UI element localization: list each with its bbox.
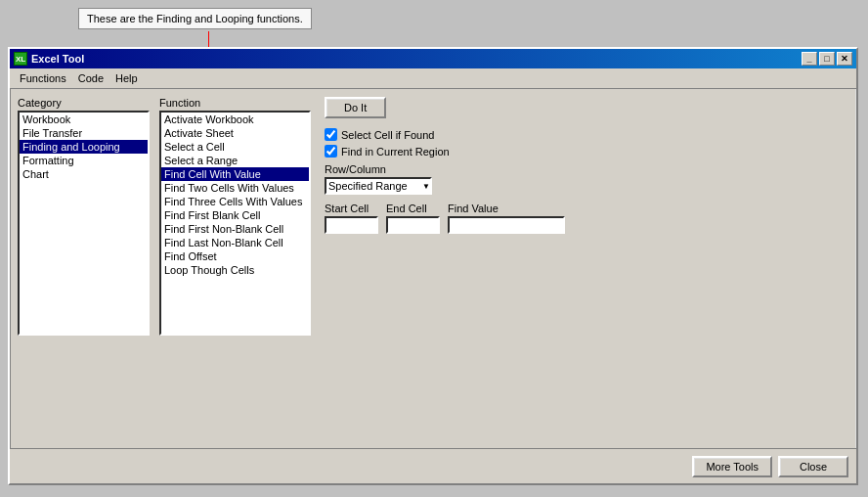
func-find-first-nonblank[interactable]: Find First Non-Blank Cell: [161, 222, 309, 236]
func-select-cell[interactable]: Select a Cell: [161, 140, 309, 154]
category-panel: Category Workbook File Transfer Finding …: [18, 97, 150, 437]
do-it-button[interactable]: Do It: [325, 97, 386, 118]
find-value-input[interactable]: [448, 216, 565, 234]
category-file-transfer[interactable]: File Transfer: [20, 126, 148, 140]
find-value-group: Find Value: [448, 203, 565, 234]
select-cell-checkbox[interactable]: [325, 128, 337, 141]
func-activate-workbook[interactable]: Activate Workbook: [161, 113, 309, 126]
category-workbook[interactable]: Workbook: [20, 113, 148, 126]
end-cell-group: End Cell: [386, 203, 440, 234]
start-cell-group: Start Cell: [325, 203, 378, 234]
more-tools-button[interactable]: More Tools: [692, 456, 772, 477]
maximize-button[interactable]: □: [819, 52, 835, 66]
category-listbox[interactable]: Workbook File Transfer Finding and Loopi…: [18, 111, 150, 336]
function-panel: Function Activate Workbook Activate Shee…: [159, 97, 311, 437]
function-label: Function: [159, 97, 311, 109]
find-current-region-row: Find in Current Region: [325, 145, 848, 158]
dropdown-wrapper[interactable]: Specified Range Entire Sheet Current Reg…: [325, 177, 432, 195]
category-chart[interactable]: Chart: [20, 167, 148, 181]
find-current-region-label: Find in Current Region: [341, 146, 450, 158]
category-formatting[interactable]: Formatting: [20, 154, 148, 167]
row-column-label: Row/Column: [325, 163, 848, 175]
menu-help[interactable]: Help: [109, 70, 144, 86]
category-finding-looping[interactable]: Finding and Looping: [20, 140, 148, 154]
tooltip-box: These are the Finding and Looping functi…: [78, 8, 312, 29]
find-current-region-checkbox[interactable]: [325, 145, 337, 158]
func-find-last-nonblank[interactable]: Find Last Non-Blank Cell: [161, 236, 309, 249]
func-find-cell-value[interactable]: Find Cell With Value: [161, 167, 309, 181]
select-cell-row: Select Cell if Found: [325, 128, 848, 141]
select-cell-label: Select Cell if Found: [341, 129, 434, 141]
func-find-three-cells[interactable]: Find Three Cells With Values: [161, 195, 309, 208]
title-bar: XL Excel Tool _ □ ✕: [10, 49, 856, 68]
func-find-offset[interactable]: Find Offset: [161, 249, 309, 263]
start-cell-label: Start Cell: [325, 203, 378, 214]
end-cell-input[interactable]: [386, 216, 440, 234]
content-area: Category Workbook File Transfer Finding …: [10, 89, 856, 445]
func-activate-sheet[interactable]: Activate Sheet: [161, 126, 309, 140]
app-icon: XL: [14, 52, 27, 66]
fields-row: Start Cell End Cell Find Value: [325, 203, 848, 234]
func-select-range[interactable]: Select a Range: [161, 154, 309, 167]
function-listbox[interactable]: Activate Workbook Activate Sheet Select …: [159, 111, 311, 336]
title-bar-left: XL Excel Tool: [14, 52, 84, 66]
func-find-first-blank[interactable]: Find First Blank Cell: [161, 208, 309, 222]
minimize-button[interactable]: _: [802, 52, 817, 66]
menu-bar: Functions Code Help: [10, 68, 856, 89]
excel-tool-window: XL Excel Tool _ □ ✕ Functions Code Help …: [8, 47, 858, 485]
start-cell-input[interactable]: [325, 216, 378, 234]
right-panel: Do It Select Cell if Found Find in Curre…: [321, 97, 848, 437]
title-controls: _ □ ✕: [802, 52, 852, 66]
menu-functions[interactable]: Functions: [14, 70, 72, 86]
close-button[interactable]: ✕: [837, 52, 852, 66]
menu-code[interactable]: Code: [72, 70, 109, 86]
func-find-two-cells[interactable]: Find Two Cells With Values: [161, 181, 309, 195]
window-title: Excel Tool: [31, 53, 84, 65]
row-column-dropdown[interactable]: Specified Range Entire Sheet Current Reg…: [325, 177, 432, 195]
category-label: Category: [18, 97, 150, 109]
func-loop-cells[interactable]: Loop Though Cells: [161, 263, 309, 277]
close-button[interactable]: Close: [778, 456, 848, 477]
end-cell-label: End Cell: [386, 203, 440, 214]
bottom-bar: More Tools Close: [10, 448, 856, 483]
find-value-label: Find Value: [448, 203, 565, 214]
